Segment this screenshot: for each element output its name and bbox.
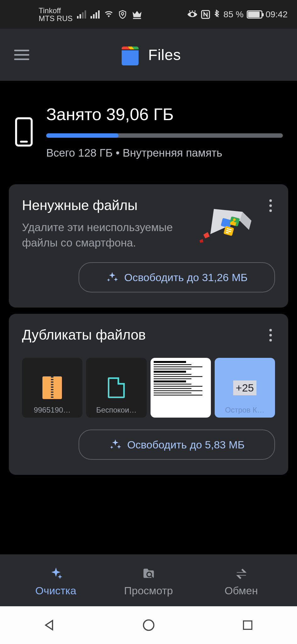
nav-clean-label: Очистка: [35, 585, 76, 597]
duplicate-item-1[interactable]: 9965190…: [22, 358, 82, 418]
duplicate-item-2[interactable]: Беспокои…: [86, 358, 146, 418]
sparkle-icon: [48, 567, 64, 581]
sparkle-icon: [106, 271, 118, 284]
duplicate-item-more[interactable]: +25 Остров К…: [215, 358, 275, 418]
clock: 09:42: [266, 9, 288, 19]
sys-recent-button[interactable]: [219, 613, 276, 638]
circle-home-icon: [142, 618, 156, 632]
status-left: Tinkoff MTS RUS: [9, 7, 142, 22]
storage-progress: [46, 133, 283, 138]
svg-rect-13: [243, 621, 252, 630]
junk-free-button-label: Освободить до 31,26 МБ: [124, 271, 248, 284]
triangle-back-icon: [43, 618, 57, 632]
svg-rect-3: [20, 141, 28, 142]
app-title-wrap: Files: [17, 44, 283, 66]
carrier-1: Tinkoff: [39, 7, 73, 14]
bluetooth-icon: [213, 9, 220, 19]
system-nav: [0, 606, 297, 644]
duplicate-item-3[interactable]: [151, 358, 211, 418]
bottom-nav: Очистка Просмотр Обмен: [0, 554, 297, 606]
phone-icon: [14, 117, 34, 147]
duplicate-item-2-label: Беспокои…: [96, 406, 137, 414]
junk-files-card: Ненужные файлы Удалите эти неиспользуемы…: [9, 184, 288, 308]
app-title: Files: [148, 46, 181, 64]
storage-used-label: Занято 39,06 ГБ: [46, 104, 283, 124]
nav-browse[interactable]: Просмотр: [102, 567, 195, 597]
sparkle-icon: [109, 438, 122, 451]
junk-free-button[interactable]: Освободить до 31,26 МБ: [79, 262, 275, 292]
carrier-2: MTS RUS: [39, 14, 73, 22]
storage-total-label: Всего 128 ГБ • Внутренняя память: [46, 147, 283, 159]
sys-back-button[interactable]: [21, 613, 78, 638]
crown-icon: [132, 10, 142, 19]
swap-icon: [234, 567, 249, 581]
square-recent-icon: [241, 619, 254, 631]
battery-percent: 85 %: [223, 9, 244, 19]
signal-icon-1: [77, 10, 86, 19]
junk-card-more-icon[interactable]: [269, 197, 275, 212]
nfc-icon: [201, 10, 210, 19]
nav-share-label: Обмен: [224, 585, 258, 597]
sys-home-button[interactable]: [120, 613, 177, 638]
duplicates-free-button[interactable]: Освободить до 5,83 МБ: [79, 430, 275, 460]
main-content: Занято 39,06 ГБ Всего 128 ГБ • Внутрення…: [0, 81, 297, 554]
duplicates-free-button-label: Освободить до 5,83 МБ: [127, 439, 245, 451]
duplicate-more-count: +25: [233, 380, 256, 395]
zip-icon: [42, 376, 62, 399]
folder-search-icon: [141, 567, 157, 581]
file-icon: [108, 377, 125, 398]
status-bar: Tinkoff MTS RUS 85 % 09:42: [0, 0, 297, 29]
junk-card-title: Ненужные файлы: [22, 197, 173, 213]
nav-share[interactable]: Обмен: [195, 567, 288, 597]
junk-card-subtitle: Удалите эти неиспользуемые файлы со смар…: [22, 219, 173, 250]
storage-section[interactable]: Занято 39,06 ГБ Всего 128 ГБ • Внутрення…: [0, 81, 297, 178]
signal-icon-2: [91, 10, 100, 19]
battery-icon: [247, 10, 262, 19]
duplicates-card: Дубликаты файлов 9965190… Беспокои…: [9, 314, 288, 475]
wifi-icon: [104, 11, 113, 18]
duplicates-card-more-icon[interactable]: [269, 327, 275, 341]
dustpan-icon: [194, 200, 257, 253]
nav-browse-label: Просмотр: [124, 585, 173, 597]
status-right: 85 % 09:42: [187, 9, 288, 19]
duplicate-item-4-label: Остров К…: [225, 406, 265, 414]
nav-clean[interactable]: Очистка: [9, 567, 102, 597]
svg-point-0: [121, 13, 124, 15]
shield-icon: [118, 10, 127, 19]
storage-progress-fill: [46, 133, 118, 138]
duplicate-item-1-label: 9965190…: [34, 406, 70, 414]
duplicates-grid: 9965190… Беспокои… +25 Остров К…: [22, 358, 275, 418]
files-logo-icon: [119, 44, 141, 66]
svg-point-12: [143, 620, 154, 630]
app-bar: Files: [0, 29, 297, 81]
document-thumb-icon: [151, 358, 211, 418]
eye-icon: [187, 10, 198, 19]
duplicates-card-title: Дубликаты файлов: [22, 327, 146, 343]
